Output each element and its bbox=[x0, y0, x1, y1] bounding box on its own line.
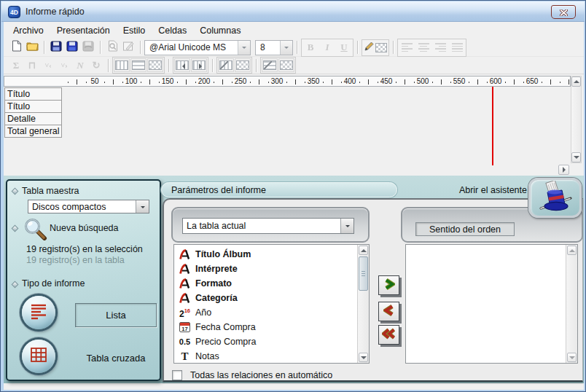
ruler-tick bbox=[250, 82, 251, 83]
diamond-bullet-icon bbox=[12, 225, 19, 232]
master-table-select[interactable]: Discos compactos bbox=[28, 200, 149, 213]
list-report-option[interactable]: Lista bbox=[75, 303, 157, 327]
field-row[interactable]: T Notas bbox=[175, 349, 343, 364]
print-preview-icon bbox=[107, 40, 118, 55]
scroll-down-button[interactable] bbox=[571, 152, 581, 162]
remove-field-button[interactable] bbox=[378, 302, 399, 321]
table-selector-dropdown-button[interactable] bbox=[340, 219, 353, 233]
italic-button[interactable]: I bbox=[319, 40, 335, 55]
fill-tool-button[interactable] bbox=[362, 39, 389, 56]
align-right-icon bbox=[435, 43, 446, 52]
save-button[interactable] bbox=[48, 40, 64, 55]
show-columns-button[interactable] bbox=[114, 58, 130, 72]
repeated-values-button[interactable]: ↻ bbox=[88, 58, 104, 73]
scroll-right-button[interactable] bbox=[558, 165, 569, 175]
bold-icon: B bbox=[308, 42, 314, 53]
sort-list-scrollbar[interactable] bbox=[566, 245, 577, 363]
cross-table-report-button[interactable] bbox=[22, 340, 55, 373]
print-settings-button[interactable] bbox=[120, 40, 136, 55]
new-search-button[interactable] bbox=[23, 217, 48, 243]
field-row[interactable]: Categoría bbox=[175, 291, 343, 305]
sort-order-list[interactable] bbox=[405, 244, 578, 364]
hide-column-button[interactable] bbox=[147, 58, 163, 72]
menu-estilo[interactable]: Estilo bbox=[117, 23, 152, 38]
scroll-down-button[interactable] bbox=[359, 353, 368, 362]
font-size-dropdown-button[interactable] bbox=[280, 41, 292, 55]
scroll-up-button[interactable] bbox=[571, 77, 581, 87]
add-field-button[interactable] bbox=[378, 275, 399, 295]
underline-button[interactable]: U bbox=[336, 40, 352, 55]
real-field-icon: 0.5 bbox=[178, 337, 192, 346]
row-label-title1[interactable]: Título bbox=[4, 87, 62, 101]
toolbar-separator bbox=[100, 41, 101, 54]
font-family-select[interactable]: @Arial Unicode MS bbox=[144, 40, 251, 55]
bold-button[interactable]: B bbox=[302, 40, 319, 55]
minimum-button[interactable]: ˅‹ bbox=[40, 58, 56, 73]
table-selector[interactable]: La tabla actual bbox=[182, 218, 354, 234]
revert-button[interactable] bbox=[80, 40, 96, 55]
auto-relations-label[interactable]: Todas las relaciones en automático bbox=[190, 370, 332, 380]
show-rows-button[interactable] bbox=[130, 58, 146, 72]
cell-fill-group bbox=[216, 57, 252, 74]
cell-transparent-button[interactable] bbox=[235, 58, 251, 72]
row-label-title2[interactable]: Título bbox=[4, 100, 62, 113]
insert-column-right-button[interactable] bbox=[191, 58, 207, 72]
cross-table-report-option[interactable]: Tabla cruzada bbox=[75, 353, 157, 364]
open-report-button[interactable] bbox=[24, 40, 40, 55]
remove-all-fields-button[interactable] bbox=[378, 325, 399, 345]
maximum-button[interactable]: ˅› bbox=[56, 58, 72, 73]
scroll-up-button[interactable] bbox=[567, 246, 577, 255]
fields-list-scrollbar[interactable] bbox=[357, 245, 369, 363]
align-right-button[interactable] bbox=[432, 40, 448, 55]
field-row[interactable]: 0.5 Precio Compra bbox=[175, 334, 343, 349]
title-bar[interactable]: 4D Informe rápido bbox=[1, 1, 585, 22]
ruler-tick bbox=[368, 79, 369, 85]
cell-color-button[interactable] bbox=[218, 58, 234, 72]
column-display-group bbox=[112, 57, 165, 74]
average-button[interactable]: ⊓ bbox=[24, 58, 40, 73]
field-row[interactable]: Formato bbox=[175, 276, 343, 291]
auto-relations-checkbox[interactable] bbox=[172, 370, 182, 380]
scroll-down-button[interactable] bbox=[567, 353, 577, 362]
menu-celdas[interactable]: Celdas bbox=[152, 23, 193, 38]
fields-list[interactable]: Título Álbum Intérprete Formato Categorí… bbox=[173, 244, 370, 364]
row-label-grand-total[interactable]: Total general bbox=[4, 125, 62, 138]
field-row[interactable]: Intérprete bbox=[175, 262, 343, 276]
close-icon bbox=[560, 6, 568, 19]
sum-button[interactable]: Σ bbox=[8, 58, 24, 73]
ruler-number: 50 bbox=[90, 77, 98, 85]
count-button[interactable]: N bbox=[72, 58, 88, 73]
new-search-label[interactable]: Nueva búsqueda bbox=[50, 223, 119, 233]
print-preview-button[interactable] bbox=[104, 40, 120, 55]
4d-logo-icon: 4D bbox=[8, 6, 20, 18]
field-row[interactable]: 17 Fecha Compra bbox=[175, 320, 343, 334]
open-wizard-button[interactable] bbox=[528, 178, 582, 218]
font-size-select[interactable]: 8 bbox=[255, 40, 293, 55]
menu-presentacion[interactable]: Presentación bbox=[50, 23, 117, 38]
ruler-tick bbox=[523, 82, 524, 83]
menu-archivo[interactable]: Archivo bbox=[7, 23, 50, 38]
border-transparent-button[interactable] bbox=[278, 58, 294, 72]
toolbar-separator bbox=[44, 41, 44, 54]
close-button[interactable] bbox=[551, 5, 576, 19]
scroll-up-button[interactable] bbox=[359, 246, 368, 255]
align-justify-button[interactable] bbox=[449, 40, 465, 55]
save-as-button[interactable] bbox=[64, 40, 80, 55]
scrollbar-thumb[interactable] bbox=[359, 256, 368, 291]
ruler-tick bbox=[569, 79, 569, 85]
menu-columnas[interactable]: Columnas bbox=[193, 23, 247, 38]
list-report-button[interactable] bbox=[22, 296, 55, 329]
new-document-button[interactable] bbox=[8, 40, 24, 55]
ruler-tick bbox=[514, 79, 515, 85]
report-vertical-scrollbar[interactable] bbox=[571, 76, 582, 163]
field-row[interactable]: Título Álbum bbox=[175, 247, 343, 262]
align-center-button[interactable] bbox=[415, 40, 431, 55]
font-family-dropdown-button[interactable] bbox=[238, 41, 250, 55]
master-table-dropdown-button[interactable] bbox=[136, 200, 149, 213]
row-label-detail[interactable]: Detalle bbox=[4, 112, 62, 125]
align-left-button[interactable] bbox=[399, 40, 415, 55]
insert-column-left-button[interactable] bbox=[174, 58, 190, 72]
border-color-button[interactable] bbox=[262, 58, 278, 72]
field-row[interactable]: 216 Año bbox=[175, 305, 343, 320]
ruler-number: 450 bbox=[380, 77, 393, 85]
